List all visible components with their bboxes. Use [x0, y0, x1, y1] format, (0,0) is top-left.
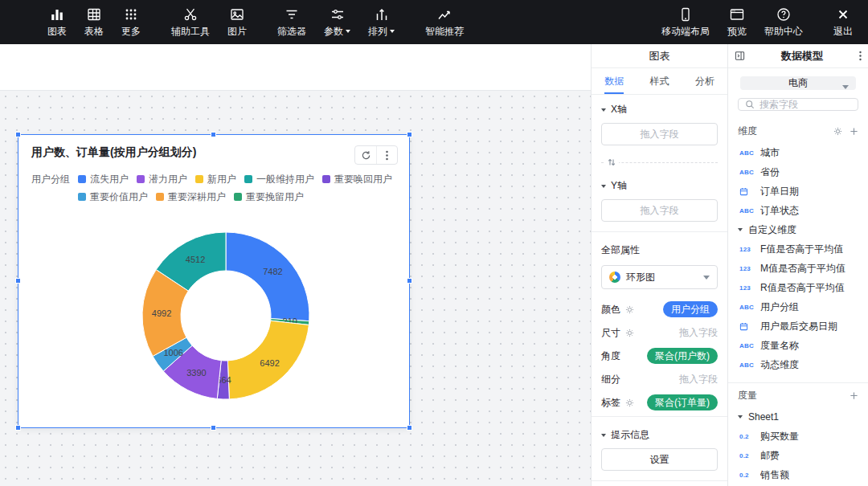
legend-item-3[interactable]: 一般维持用户 [244, 171, 314, 187]
toolbar-item-label: 参数 [324, 25, 350, 39]
toolbar-item-image[interactable]: 图片 [220, 3, 254, 42]
resize-handle-top-left[interactable] [15, 132, 21, 137]
swap-axes-icon[interactable] [604, 157, 619, 167]
legend-item-1[interactable]: 潜力用户 [137, 171, 187, 187]
add-field-icon[interactable] [850, 127, 858, 136]
legend-label: 新用户 [207, 171, 236, 187]
section-tooltip[interactable]: 提示信息 [592, 420, 727, 448]
toolbar-item-smart-recommend[interactable]: 智能推荐 [418, 3, 471, 42]
chevron-down-icon [738, 228, 743, 231]
label-field-pill[interactable]: 聚合(订单量) [647, 394, 718, 410]
mobile-phone-icon [678, 6, 694, 22]
legend-item-5[interactable]: 重要价值用户 [78, 189, 148, 205]
canvas-top-strip [0, 44, 591, 91]
dimension-field-2[interactable]: 订单日期 [728, 182, 868, 201]
section-x-axis[interactable]: X轴 [592, 95, 727, 123]
toolbar-item-mobile-layout[interactable]: 移动端布局 [654, 3, 717, 42]
tab-analysis[interactable]: 分析 [682, 68, 727, 94]
dimension-field-7[interactable]: 123R值是否高于平均值 [728, 278, 868, 297]
toolbar-item-params[interactable]: 参数 [317, 3, 358, 42]
dimension-field-8[interactable]: ABC用户分组 [728, 297, 868, 317]
resize-handle-top-center[interactable] [211, 132, 216, 137]
image-icon [229, 6, 245, 22]
resize-handle-mid-right[interactable] [407, 278, 412, 284]
dimension-group-4[interactable]: 自定义维度 [728, 220, 868, 239]
legend-label: 重要价值用户 [90, 189, 148, 205]
top-toolbar: 图表 表格 更多 辅助工具 图片 筛选器 [0, 0, 868, 44]
measure-group-0[interactable]: Sheet1 [728, 407, 868, 427]
toolbar-item-arrange[interactable]: 排列 [361, 3, 402, 42]
resize-handle-bottom-left[interactable] [15, 425, 21, 431]
prop-row-label: 标签 聚合(订单量) [592, 390, 727, 415]
color-field-pill[interactable]: 用户分组 [663, 301, 718, 317]
field-name: 省份 [760, 165, 780, 179]
legend-item-6[interactable]: 重要深耕用户 [156, 189, 226, 205]
slice-value-label: 7482 [263, 267, 282, 276]
gear-icon[interactable] [833, 127, 842, 136]
chevron-down-icon [601, 434, 606, 437]
legend-item-2[interactable]: 新用户 [195, 171, 236, 187]
donut-chart: 748221064926643390100649924512 [31, 206, 398, 425]
legend-item-4[interactable]: 重要唤回用户 [322, 171, 392, 187]
toolbar-item-help[interactable]: 帮助中心 [757, 3, 810, 42]
resize-handle-top-right[interactable] [407, 132, 412, 137]
dimension-field-3[interactable]: ABC订单状态 [728, 201, 868, 220]
field-name: 用户最后交易日期 [760, 320, 837, 333]
legend-label: 重要挽留用户 [246, 189, 304, 205]
tab-data[interactable]: 数据 [592, 68, 637, 94]
resize-handle-bottom-center[interactable] [211, 425, 216, 431]
toolbar-left-group: 图表 表格 更多 辅助工具 图片 筛选器 [40, 3, 471, 42]
measure-field-3[interactable]: 0.2销售额 [728, 465, 868, 484]
y-axis-dropzone[interactable]: 拖入字段 [601, 199, 718, 222]
measure-field-1[interactable]: 0.2购买数量 [728, 427, 868, 446]
toolbar-item-table[interactable]: 表格 [77, 3, 111, 42]
chart-widget-card[interactable]: 用户数、订单量(按用户分组划分) 用户分组 流失用户潜力用户新用户一般维持用户重… [18, 134, 410, 428]
slice-value-label: 1006 [163, 348, 182, 357]
toolbar-item-chart[interactable]: 图表 [40, 3, 74, 42]
chart-card-actions [354, 145, 398, 165]
tab-style[interactable]: 样式 [637, 68, 682, 94]
dimension-field-0[interactable]: ABC城市 [728, 143, 868, 162]
resize-handle-mid-left[interactable] [15, 278, 21, 284]
tooltip-settings-button[interactable]: 设置 [601, 448, 718, 471]
dashboard-canvas[interactable]: 用户数、订单量(按用户分组划分) 用户分组 流失用户潜力用户新用户一般维持用户重… [0, 91, 591, 486]
collapse-panel-icon[interactable] [735, 51, 745, 61]
data-model-panel: 数据模型 电商 维度 [727, 44, 868, 486]
legend-item-7[interactable]: 重要挽留用户 [234, 189, 304, 205]
legend-item-0[interactable]: 流失用户 [78, 171, 129, 187]
gear-icon[interactable] [625, 398, 634, 407]
dimension-field-9[interactable]: 用户最后交易日期 [728, 317, 868, 336]
chevron-down-icon [346, 30, 350, 33]
search-input[interactable] [760, 99, 851, 110]
browser-preview-icon [729, 6, 745, 22]
gear-icon[interactable] [625, 329, 634, 337]
toolbar-item-more[interactable]: 更多 [114, 3, 148, 42]
gear-icon[interactable] [625, 305, 634, 314]
refresh-icon[interactable] [355, 146, 376, 164]
detail-dropzone[interactable]: 拖入字段 [679, 373, 718, 386]
angle-field-pill[interactable]: 聚合(用户数) [647, 348, 718, 364]
dimension-field-6[interactable]: 123M值是否高于平均值 [728, 259, 868, 278]
section-y-axis[interactable]: Y轴 [592, 171, 727, 199]
toolbar-item-preview[interactable]: 预览 [720, 3, 754, 42]
measure-field-2[interactable]: 0.2邮费 [728, 446, 868, 465]
dimension-field-1[interactable]: ABC省份 [728, 162, 868, 182]
resize-handle-bottom-right[interactable] [407, 425, 412, 431]
toolbar-item-aux-tools[interactable]: 辅助工具 [164, 3, 217, 42]
add-field-icon[interactable] [850, 391, 858, 400]
toolbar-item-exit[interactable]: 退出 [826, 3, 860, 42]
dimension-field-10[interactable]: ABC度量名称 [728, 336, 868, 355]
donut-slice-0[interactable] [226, 232, 309, 321]
toolbar-item-filter[interactable]: 筛选器 [270, 3, 313, 42]
table-icon [86, 6, 102, 22]
dimension-field-11[interactable]: ABC动态维度 [728, 355, 868, 374]
legend-swatch [78, 193, 86, 201]
kebab-menu-icon[interactable] [859, 51, 862, 61]
number-field-icon: 123 [739, 246, 755, 253]
dataset-select[interactable]: 电商 [740, 76, 856, 90]
kebab-menu-icon[interactable] [376, 146, 397, 164]
size-dropzone[interactable]: 拖入字段 [679, 326, 718, 340]
dimension-field-5[interactable]: 123F值是否高于平均值 [728, 239, 868, 259]
x-axis-dropzone[interactable]: 拖入字段 [601, 123, 718, 145]
chart-type-select[interactable]: 环形图 [601, 265, 718, 289]
